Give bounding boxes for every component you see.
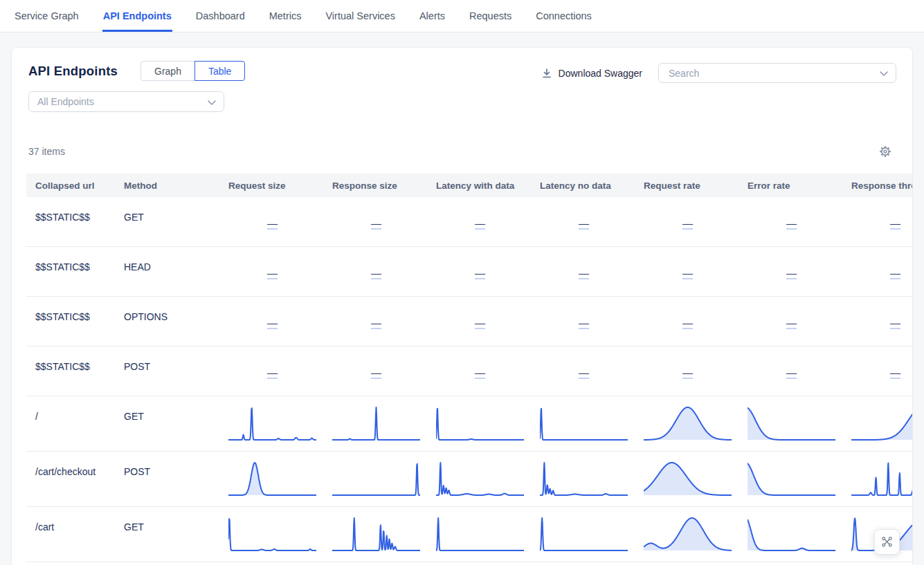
empty-metric-dash: — — [267, 218, 278, 230]
table-row[interactable]: $$STATIC$$POST——————— — [26, 346, 913, 396]
empty-metric-dash: — — [890, 218, 900, 230]
cell-metric: — — [748, 297, 835, 329]
items-count: 37 items — [28, 146, 65, 157]
cell-collapsed-url: /cart/checkout — [35, 452, 124, 477]
table-header-row: Collapsed urlMethodRequest sizeResponse … — [26, 174, 913, 197]
column-header[interactable]: Method — [124, 180, 228, 191]
empty-metric-dash: — — [890, 268, 900, 279]
sparkline-chart — [228, 404, 316, 441]
cell-metric: — — [851, 197, 913, 230]
cell-method: GET — [124, 396, 228, 422]
nav-item-virtual-services[interactable]: Virtual Services — [325, 0, 395, 32]
cell-method: GET — [124, 507, 228, 532]
empty-metric-dash: — — [786, 268, 797, 279]
sparkline-chart — [748, 515, 835, 552]
cell-metric: — — [228, 197, 316, 230]
empty-metric-dash: — — [475, 218, 485, 230]
cell-metric: — — [851, 346, 913, 379]
cell-metric: — — [436, 297, 524, 329]
chevron-down-icon — [880, 71, 888, 76]
cell-metric: — — [228, 297, 316, 329]
cell-metric — [228, 396, 316, 441]
cell-metric: — — [748, 247, 835, 279]
column-header[interactable]: Collapsed url — [35, 180, 124, 191]
empty-metric-dash: — — [682, 367, 693, 379]
cell-metric — [332, 452, 420, 497]
nav-item-api-endpoints[interactable]: API Endpoints — [102, 0, 172, 32]
nav-item-connections[interactable]: Connections — [535, 0, 592, 32]
empty-metric-dash: — — [786, 218, 797, 230]
search-input[interactable] — [658, 63, 896, 83]
sparkline-chart — [332, 404, 420, 441]
endpoint-filter-select[interactable]: All Endpoints — [28, 91, 224, 112]
sparkline-chart — [228, 459, 316, 497]
empty-metric-dash: — — [890, 317, 900, 329]
sparkline-chart — [436, 459, 524, 497]
expand-arrows-icon — [880, 535, 894, 548]
cell-metric: — — [228, 247, 316, 279]
column-header[interactable]: Response throughput — [851, 180, 913, 191]
download-swagger-label: Download Swagger — [559, 68, 642, 79]
cell-metric: — — [540, 247, 628, 279]
column-header[interactable]: Latency with data — [436, 180, 540, 191]
nav-item-metrics[interactable]: Metrics — [269, 0, 302, 32]
graph-view-button[interactable]: Graph — [141, 61, 195, 81]
empty-metric-dash: — — [371, 317, 381, 329]
empty-metric-dash: — — [890, 367, 900, 379]
empty-metric-dash: — — [682, 268, 693, 279]
cell-metric: — — [540, 297, 628, 329]
table-row[interactable]: /GET — [26, 396, 913, 452]
nav-item-alerts[interactable]: Alerts — [419, 0, 446, 32]
nav-item-requests[interactable]: Requests — [469, 0, 512, 32]
sparkline-chart — [332, 459, 420, 497]
sparkline-chart — [644, 515, 732, 552]
expand-button[interactable] — [874, 529, 900, 555]
cell-metric — [228, 507, 316, 552]
empty-metric-dash: — — [579, 367, 589, 379]
column-header[interactable]: Request size — [228, 180, 332, 191]
api-endpoints-panel: API Endpoints Graph Table Download Swagg… — [11, 47, 913, 565]
empty-metric-dash: — — [579, 317, 589, 329]
download-swagger-button[interactable]: Download Swagger — [541, 68, 642, 79]
column-header[interactable]: Latency no data — [540, 180, 644, 191]
column-header[interactable]: Response size — [332, 180, 436, 191]
cell-collapsed-url: /cart — [35, 507, 124, 532]
nav-item-dashboard[interactable]: Dashboard — [195, 0, 246, 32]
cell-metric: — — [436, 197, 524, 230]
table-row[interactable]: $$STATIC$$OPTIONS——————— — [26, 297, 913, 346]
cell-collapsed-url: $$STATIC$$ — [35, 197, 124, 223]
table-row[interactable]: $$STATIC$$HEAD——————— — [26, 247, 913, 297]
table-row[interactable]: $$STATIC$$GET——————— — [26, 197, 913, 247]
cell-metric — [748, 452, 835, 497]
cell-method: POST — [124, 452, 228, 477]
cell-metric: — — [644, 247, 732, 279]
empty-metric-dash: — — [786, 367, 797, 379]
gear-icon[interactable] — [879, 145, 891, 158]
cell-metric — [851, 396, 913, 441]
cell-metric — [540, 396, 628, 441]
cell-metric — [644, 396, 732, 441]
cell-metric: — — [436, 247, 524, 279]
table-row[interactable]: /cart/checkoutPOST — [26, 452, 913, 507]
sparkline-chart — [851, 404, 913, 441]
column-header[interactable]: Error rate — [748, 180, 851, 191]
nav-item-service-graph[interactable]: Service Graph — [14, 0, 80, 32]
sparkline-chart — [540, 404, 628, 441]
cell-metric: — — [748, 197, 835, 230]
empty-metric-dash: — — [475, 367, 485, 379]
empty-metric-dash: — — [267, 268, 278, 279]
table-view-button[interactable]: Table — [194, 61, 245, 81]
cell-metric: — — [644, 346, 732, 379]
cell-metric: — — [332, 197, 420, 230]
empty-metric-dash: — — [682, 317, 693, 329]
cell-method: OPTIONS — [124, 297, 228, 322]
cell-collapsed-url: / — [35, 396, 124, 422]
empty-metric-dash: — — [682, 218, 693, 230]
column-header[interactable]: Request rate — [644, 180, 748, 191]
table-row[interactable]: /cartGET — [26, 507, 913, 562]
cell-metric: — — [332, 297, 420, 329]
empty-metric-dash: — — [579, 268, 589, 279]
cell-metric: — — [644, 197, 732, 230]
cell-method: POST — [124, 346, 228, 372]
cell-method: HEAD — [124, 247, 228, 272]
